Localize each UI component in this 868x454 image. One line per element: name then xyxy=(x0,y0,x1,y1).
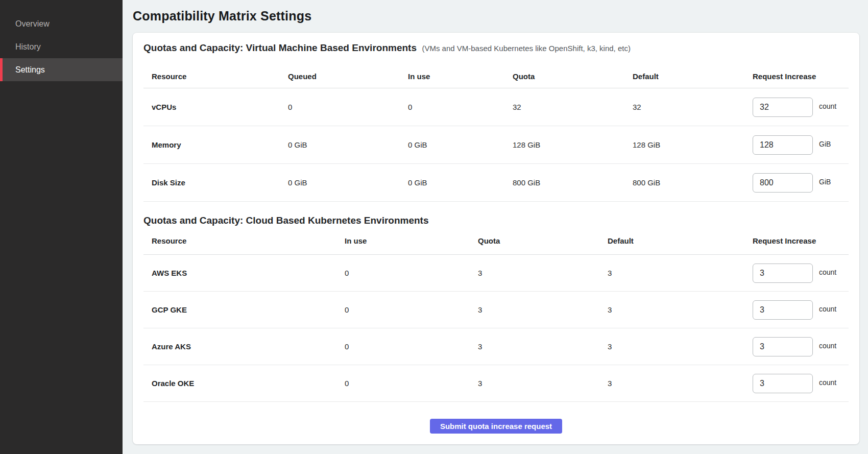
table-row-memory: Memory 0 GiB 0 GiB 128 GiB 128 GiB GiB xyxy=(143,126,849,164)
vcpus-request-input[interactable] xyxy=(753,98,813,117)
unit-label: GiB xyxy=(819,140,831,148)
submit-quota-increase-button[interactable]: Submit quota increase request xyxy=(430,419,562,434)
quota-value: 32 xyxy=(513,103,633,111)
default-value: 800 GiB xyxy=(633,178,753,187)
in-use-value: 0 xyxy=(345,305,478,314)
resource-label: Azure AKS xyxy=(143,342,345,351)
in-use-value: 0 xyxy=(345,379,478,388)
unit-label: GiB xyxy=(819,178,831,186)
quota-value: 3 xyxy=(478,342,608,351)
quota-value: 800 GiB xyxy=(513,178,633,187)
unit-label: count xyxy=(819,342,836,350)
unit-label: count xyxy=(819,102,836,110)
sidebar: Overview History Settings xyxy=(0,0,123,454)
default-value: 3 xyxy=(608,342,753,351)
gcp-gke-request-input[interactable] xyxy=(753,300,813,320)
in-use-value: 0 GiB xyxy=(408,140,513,149)
quota-value: 3 xyxy=(478,379,608,388)
quota-value: 3 xyxy=(478,269,608,277)
table-row-disk-size: Disk Size 0 GiB 0 GiB 800 GiB 800 GiB Gi… xyxy=(143,164,849,202)
cloud-section-title: Quotas and Capacity: Cloud Based Kuberne… xyxy=(143,215,429,226)
resource-label: Memory xyxy=(143,140,288,149)
sidebar-item-history[interactable]: History xyxy=(0,35,123,58)
vm-section-subtitle: (VMs and VM-based Kubernetes like OpenSh… xyxy=(422,44,631,53)
request-increase-cell: count xyxy=(753,264,849,283)
azure-aks-request-input[interactable] xyxy=(753,337,813,356)
request-increase-cell: count xyxy=(753,337,849,356)
default-value: 128 GiB xyxy=(633,140,753,149)
unit-label: count xyxy=(819,305,836,313)
unit-label: count xyxy=(819,268,836,276)
table-row-oracle-oke: Oracle OKE 0 3 3 count xyxy=(143,365,849,402)
table-row-aws-eks: AWS EKS 0 3 3 count xyxy=(143,255,849,292)
column-header-queued: Queued xyxy=(288,72,408,81)
sidebar-item-settings[interactable]: Settings xyxy=(0,58,123,81)
default-value: 3 xyxy=(608,269,753,277)
cloud-section-heading: Quotas and Capacity: Cloud Based Kuberne… xyxy=(143,214,849,227)
default-value: 3 xyxy=(608,379,753,388)
default-value: 3 xyxy=(608,305,753,314)
quota-settings-card: Quotas and Capacity: Virtual Machine Bas… xyxy=(133,33,859,444)
sidebar-item-overview[interactable]: Overview xyxy=(0,12,123,35)
request-increase-cell: GiB xyxy=(753,135,849,155)
queued-value: 0 GiB xyxy=(288,178,408,187)
submit-button-row: Submit quota increase request xyxy=(143,419,849,434)
resource-label: Oracle OKE xyxy=(143,379,345,388)
resource-label: AWS EKS xyxy=(143,269,345,277)
request-increase-cell: count xyxy=(753,98,849,117)
column-header-default: Default xyxy=(608,236,753,245)
quota-value: 128 GiB xyxy=(513,140,633,149)
in-use-value: 0 xyxy=(345,269,478,277)
column-header-default: Default xyxy=(633,72,753,81)
aws-eks-request-input[interactable] xyxy=(753,264,813,283)
request-increase-cell: count xyxy=(753,300,849,320)
resource-label: GCP GKE xyxy=(143,305,345,314)
column-header-request-increase: Request Increase xyxy=(753,236,849,245)
resource-label: vCPUs xyxy=(143,103,288,111)
memory-request-input[interactable] xyxy=(753,135,813,155)
column-header-quota: Quota xyxy=(513,72,633,81)
app-window: Overview History Settings Compatibility … xyxy=(0,0,868,454)
vm-section-title: Quotas and Capacity: Virtual Machine Bas… xyxy=(143,42,417,53)
column-header-in-use: In use xyxy=(408,72,513,81)
request-increase-cell: GiB xyxy=(753,173,849,193)
quota-value: 3 xyxy=(478,305,608,314)
queued-value: 0 xyxy=(288,103,408,111)
unit-label: count xyxy=(819,378,836,387)
page-title: Compatibility Matrix Settings xyxy=(133,8,859,23)
default-value: 32 xyxy=(633,103,753,111)
table-row-azure-aks: Azure AKS 0 3 3 count xyxy=(143,328,849,365)
in-use-value: 0 GiB xyxy=(408,178,513,187)
column-header-quota: Quota xyxy=(478,236,608,245)
main-content: Compatibility Matrix Settings Quotas and… xyxy=(123,0,868,454)
table-row-vcpus: vCPUs 0 0 32 32 count xyxy=(143,88,849,126)
cloud-table-header: Resource In use Quota Default Request In… xyxy=(143,227,849,255)
column-header-resource: Resource xyxy=(143,236,345,245)
vm-section-heading: Quotas and Capacity: Virtual Machine Bas… xyxy=(143,42,849,54)
request-increase-cell: count xyxy=(753,374,849,393)
column-header-request-increase: Request Increase xyxy=(753,72,849,81)
resource-label: Disk Size xyxy=(143,178,288,187)
queued-value: 0 GiB xyxy=(288,140,408,149)
in-use-value: 0 xyxy=(345,342,478,351)
vm-table-header: Resource Queued In use Quota Default Req… xyxy=(143,65,849,88)
disk-size-request-input[interactable] xyxy=(753,173,813,193)
table-row-gcp-gke: GCP GKE 0 3 3 count xyxy=(143,292,849,328)
oracle-oke-request-input[interactable] xyxy=(753,374,813,393)
in-use-value: 0 xyxy=(408,103,513,111)
column-header-in-use: In use xyxy=(345,236,478,245)
column-header-resource: Resource xyxy=(143,72,288,81)
